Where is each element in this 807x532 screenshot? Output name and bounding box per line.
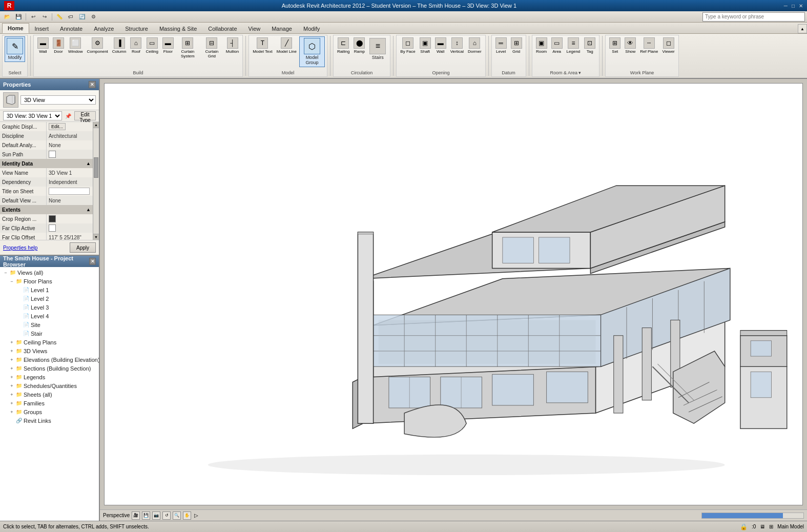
ribbon-collapse-btn[interactable]: ▲: [798, 24, 807, 33]
tree-item-revit-links[interactable]: 🔗 Revit Links: [1, 416, 98, 425]
ribbon-btn-window[interactable]: ⬜ Window: [67, 36, 84, 55]
ribbon-btn-component[interactable]: ⚙ Component: [85, 36, 109, 55]
tree-expand-families[interactable]: +: [8, 400, 15, 407]
properties-scroll-down[interactable]: ▼: [93, 234, 99, 240]
properties-scrollbar[interactable]: ▲ ▼: [93, 122, 99, 240]
ribbon-btn-stairs[interactable]: ≡ Stairs: [367, 36, 388, 62]
project-browser-content[interactable]: − 📁 Views (all) − 📁 Floor Plans 📄 Level …: [0, 267, 99, 521]
ribbon-btn-grid[interactable]: ⊞ Grid: [509, 36, 524, 55]
edit-type-btn[interactable]: Edit Type: [74, 111, 96, 120]
tree-expand-elevations[interactable]: +: [8, 356, 15, 363]
prop-value-title-on-sheet[interactable]: [47, 187, 93, 196]
tree-item-ceiling-plans[interactable]: + 📁 Ceiling Plans: [1, 338, 98, 346]
ribbon-btn-shaft[interactable]: ▣ Shaft: [418, 36, 432, 55]
apply-btn[interactable]: Apply: [70, 242, 96, 253]
viewport-save-btn[interactable]: 💾: [142, 511, 150, 520]
project-browser-close-btn[interactable]: ✕: [89, 258, 96, 265]
tree-expand-ceiling-plans[interactable]: +: [8, 339, 15, 346]
ribbon-btn-wall[interactable]: ▬ Wall: [36, 36, 50, 55]
tree-expand-schedules[interactable]: +: [8, 382, 15, 390]
tab-manage[interactable]: Manage: [266, 24, 298, 33]
tab-massing[interactable]: Massing & Site: [154, 24, 202, 33]
tree-item-legends[interactable]: + 📁 Legends: [1, 373, 98, 381]
ribbon-btn-dormer[interactable]: ⌂ Dormer: [466, 36, 483, 55]
tree-item-level1[interactable]: 📄 Level 1: [1, 285, 98, 294]
far-clip-active-checkbox[interactable]: [49, 224, 56, 232]
viewport-content[interactable]: [104, 83, 803, 505]
ribbon-btn-ceiling[interactable]: ▭ Ceiling: [144, 36, 159, 55]
tree-item-families[interactable]: + 📁 Families: [1, 399, 98, 407]
ribbon-btn-vertical[interactable]: ↕ Vertical: [449, 36, 465, 55]
ribbon-btn-column[interactable]: ▐ Column: [111, 36, 128, 55]
prop-value-far-clip-active[interactable]: [47, 223, 93, 233]
ribbon-btn-curtain-system[interactable]: ⊞ Curtain System: [176, 36, 199, 59]
ribbon-btn-legend[interactable]: ≡ Legend: [565, 36, 582, 55]
tree-item-schedules[interactable]: + 📁 Schedules/Quantities: [1, 381, 98, 390]
maximize-btn[interactable]: □: [792, 3, 795, 9]
ribbon-btn-wall-opening[interactable]: ▬ Wall: [433, 36, 448, 55]
properties-rows-scroll[interactable]: Graphic Displ... Edit... Discipline Arch…: [0, 122, 99, 240]
qa-settings-btn[interactable]: ⚙: [88, 12, 98, 22]
tree-expand-sections[interactable]: +: [8, 365, 15, 372]
tree-item-level4[interactable]: 📄 Level 4: [1, 312, 98, 320]
tree-item-views-all[interactable]: − 📁 Views (all): [1, 268, 98, 277]
tree-expand-floor-plans[interactable]: −: [8, 278, 15, 285]
perspective-icon-btn[interactable]: 🎥: [132, 511, 140, 520]
search-input[interactable]: [702, 12, 805, 22]
ribbon-btn-model-text[interactable]: T Model Text: [251, 36, 274, 55]
ribbon-btn-ramp[interactable]: ⬤ Ramp: [352, 36, 366, 55]
view-type-dropdown[interactable]: 3D View: [20, 95, 96, 105]
viewport-zoom-btn[interactable]: 🔍: [173, 511, 181, 520]
viewport-camera-btn[interactable]: 📷: [152, 511, 160, 520]
tab-modify[interactable]: Modify: [298, 24, 325, 33]
ribbon-btn-door[interactable]: 🚪 Door: [51, 36, 66, 55]
tree-item-level3[interactable]: 📄 Level 3: [1, 303, 98, 312]
title-on-sheet-input[interactable]: [49, 188, 90, 195]
ribbon-btn-area[interactable]: ▭ Area: [550, 36, 564, 55]
sun-path-checkbox[interactable]: [49, 151, 56, 158]
tree-expand-3d-views[interactable]: +: [8, 347, 15, 355]
extents-section-header[interactable]: Extents ▲: [0, 205, 93, 214]
identity-data-section-header[interactable]: Identity Data ▲: [0, 159, 93, 168]
tree-item-site[interactable]: 📄 Site: [1, 320, 98, 329]
properties-scroll-up[interactable]: ▲: [93, 122, 99, 128]
tree-item-elevations[interactable]: + 📁 Elevations (Building Elevation): [1, 355, 98, 364]
tab-analyze[interactable]: Analyze: [88, 24, 119, 33]
ribbon-btn-modify[interactable]: ✎ Modify: [5, 36, 25, 62]
ribbon-btn-room[interactable]: ▣ Room: [534, 36, 549, 55]
tree-item-floor-plans[interactable]: − 📁 Floor Plans: [1, 277, 98, 285]
viewport-rotate-btn[interactable]: ↺: [162, 511, 171, 520]
viewport-pan-btn[interactable]: ✋: [183, 511, 191, 520]
tree-expand-sheets[interactable]: +: [8, 391, 15, 398]
minimize-btn[interactable]: ─: [784, 3, 788, 9]
properties-scroll-thumb[interactable]: [94, 157, 98, 178]
qa-open-btn[interactable]: 📂: [2, 12, 12, 22]
ribbon-btn-model-group[interactable]: ⬡ Model Group: [299, 36, 325, 67]
qa-measure-btn[interactable]: 📏: [54, 12, 65, 22]
tab-home[interactable]: Home: [2, 23, 29, 33]
tree-expand-groups[interactable]: +: [8, 408, 15, 416]
tree-item-sheets[interactable]: + 📁 Sheets (all): [1, 390, 98, 399]
ribbon-btn-curtain-grid[interactable]: ⊟ Curtain Grid: [200, 36, 223, 59]
prop-value-graphic-disp[interactable]: Edit...: [47, 122, 93, 131]
properties-help-link[interactable]: Properties help: [3, 245, 37, 251]
tree-item-groups[interactable]: + 📁 Groups: [1, 407, 98, 416]
qa-redo-btn[interactable]: ↪: [39, 12, 50, 22]
properties-close-btn[interactable]: ✕: [89, 81, 96, 88]
viewport-expand-btn[interactable]: ▷: [194, 513, 198, 518]
prop-value-sun-path[interactable]: [47, 150, 93, 159]
ribbon-btn-ref-plane[interactable]: ╌ Ref Plane: [638, 36, 659, 55]
tab-collaborate[interactable]: Collaborate: [202, 24, 242, 33]
ribbon-btn-railing[interactable]: ⊏ Railing: [336, 36, 351, 55]
tree-item-sections[interactable]: + 📁 Sections (Building Section): [1, 364, 98, 373]
ribbon-btn-tag[interactable]: ⊡ Tag: [583, 36, 597, 55]
close-btn[interactable]: ✕: [799, 3, 803, 9]
ribbon-btn-floor[interactable]: ▬ Floor: [161, 36, 175, 55]
ribbon-btn-viewer[interactable]: ◻ Viewer: [660, 36, 676, 55]
tree-expand-views-all[interactable]: −: [2, 269, 9, 276]
tree-item-level2[interactable]: 📄 Level 2: [1, 294, 98, 303]
tree-item-stair[interactable]: 📄 Stair: [1, 329, 98, 338]
qa-save-btn[interactable]: 💾: [13, 12, 24, 22]
tab-view[interactable]: View: [243, 24, 266, 33]
ribbon-btn-set[interactable]: ⊞ Set: [608, 36, 622, 55]
